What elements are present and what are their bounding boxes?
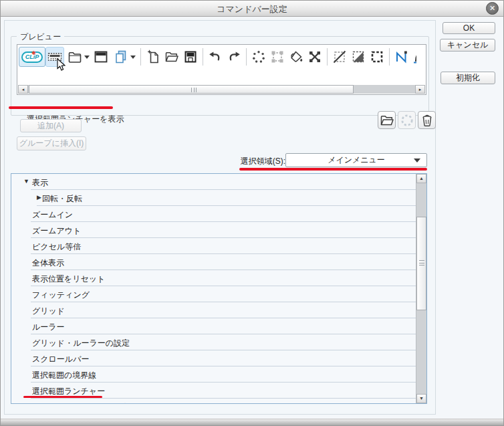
select-area-icon[interactable] — [268, 47, 287, 67]
list-item[interactable]: フィッティング — [11, 286, 416, 302]
open-file-icon[interactable] — [162, 47, 181, 67]
polyline-icon[interactable] — [392, 47, 411, 67]
list-item[interactable]: グリッド・ルーラーの設定 — [11, 334, 416, 350]
expander-closed-icon[interactable]: ▶ — [37, 194, 41, 201]
list-item-label: 選択範囲ランチャーの設定 — [32, 402, 129, 404]
update-button[interactable] — [398, 111, 416, 129]
dialog-title: コマンドバー設定 — [1, 3, 503, 15]
horizontal-scrollbar[interactable]: ◂ ▸ — [18, 85, 425, 94]
expander-open-icon[interactable]: ▼ — [23, 178, 29, 185]
list-item-label: 表示位置をリセット — [32, 274, 105, 285]
command-bar-preview[interactable]: CLiP✱ ◂ ▸ — [17, 44, 426, 95]
logo-star-icon: ✱ — [31, 50, 36, 56]
window-resize-bar[interactable] — [1, 419, 503, 425]
selection-area-dropdown[interactable]: メインメニュー — [285, 153, 427, 167]
toolbar-separator — [246, 48, 247, 66]
selection-area-label: 選択領域(S): — [232, 156, 285, 167]
load-settings-button[interactable] — [378, 111, 396, 129]
selection-area-value: メインメニュー — [328, 154, 385, 166]
fill-selection-icon[interactable] — [287, 47, 305, 67]
annotation-underline-list-item — [23, 396, 102, 398]
scroll-up-icon[interactable]: ▲ — [416, 174, 426, 183]
vertical-scrollbar[interactable]: ▲ ▼ — [416, 174, 426, 403]
preview-group-label: プレビュー — [17, 31, 64, 43]
scroll-right-icon[interactable]: ▸ — [415, 85, 425, 94]
list-item[interactable]: 選択範囲ランチャー — [11, 383, 416, 399]
annotation-underline-dropdown — [239, 168, 427, 171]
chevron-down-icon — [414, 158, 420, 163]
dropdown-arrow-icon — [84, 56, 90, 59]
scroll-grip-icon — [191, 88, 197, 92]
list-item[interactable]: グリッド — [11, 302, 416, 318]
duplicate-pages-menu-icon[interactable] — [110, 47, 138, 67]
preview-toolbar: CLiP✱ — [19, 46, 417, 68]
list-item[interactable]: ズームアウト — [11, 222, 416, 238]
list-item-label: ピクセル等倍 — [32, 241, 81, 253]
new-page-icon[interactable] — [144, 47, 162, 67]
list-item-label: ズームイン — [32, 209, 73, 221]
list-item[interactable]: ▶回転・反転 — [11, 190, 416, 206]
insert-into-group-button[interactable]: グループに挿入(I) — [17, 136, 86, 150]
annotation-underline-status — [9, 106, 113, 109]
list-item-label: 選択範囲の境界線 — [32, 370, 96, 381]
preview-group-box: プレビュー CLiP✱ ◂ ▸ 選択範囲ランチャーを表示 — [11, 36, 429, 116]
scroll-grip-icon — [419, 260, 424, 265]
command-list[interactable]: ▼表示▶回転・反転ズームインズームアウトピクセル等倍全体表示表示位置をリセットフ… — [11, 173, 427, 404]
window-canvas-icon[interactable] — [92, 47, 110, 67]
horizontal-scroll-thumb[interactable] — [29, 85, 354, 94]
list-item[interactable]: 選択範囲ランチャーの設定 — [11, 399, 416, 404]
undo-icon[interactable] — [206, 47, 225, 67]
delete-button[interactable] — [418, 111, 436, 129]
invert-selection-icon[interactable] — [349, 47, 368, 67]
toolbar-separator — [327, 48, 328, 66]
clip-studio-logo-icon[interactable]: CLiP✱ — [19, 47, 45, 67]
open-folder-menu-icon[interactable] — [64, 47, 92, 67]
list-item-label: 回転・反転 — [42, 193, 82, 205]
save-icon[interactable] — [181, 47, 200, 67]
redo-icon[interactable] — [225, 47, 243, 67]
scroll-down-icon[interactable]: ▼ — [416, 394, 426, 403]
cancel-button[interactable]: キャンセル — [440, 39, 495, 51]
dropdown-arrow-icon — [130, 56, 136, 59]
deselect-dots-icon[interactable] — [249, 47, 268, 67]
list-item[interactable]: ピクセル等倍 — [11, 238, 416, 254]
command-bar-settings-dialog: コマンドバー設定 ✕ プレビュー CLiP✱ ◂ ▸ 選択範囲ランチャーを表示 … — [0, 0, 504, 426]
list-item[interactable]: ルーラー — [11, 318, 416, 334]
toolbar-separator — [140, 48, 141, 66]
close-icon[interactable]: ✕ — [486, 2, 499, 15]
list-item-label: ズームアウト — [32, 225, 81, 237]
list-item-label: 全体表示 — [32, 257, 64, 269]
list-item[interactable]: 表示位置をリセット — [11, 270, 416, 286]
list-item[interactable]: ズームイン — [11, 206, 416, 222]
list-item-label: 表示 — [32, 177, 48, 189]
toolbar-separator — [203, 48, 203, 66]
list-item[interactable]: スクロールバー — [11, 350, 416, 366]
toolbar-separator — [389, 48, 390, 66]
list-item-label: グリッド — [32, 306, 65, 317]
settings-panel: プレビュー CLiP✱ ◂ ▸ 選択範囲ランチャーを表示 追加(A) グループに… — [4, 20, 436, 415]
list-item-label: フィッティング — [32, 290, 90, 301]
ok-button[interactable]: OK — [443, 22, 495, 34]
add-button[interactable]: 追加(A) — [20, 119, 82, 132]
selection-launcher-icon[interactable] — [45, 47, 64, 67]
title-bar[interactable]: コマンドバー設定 ✕ — [1, 1, 503, 17]
transform-selection-icon[interactable] — [305, 47, 324, 67]
scroll-left-icon[interactable]: ◂ — [18, 85, 28, 94]
selection-border-icon[interactable] — [368, 47, 386, 67]
hide-selection-border-icon[interactable] — [330, 47, 349, 67]
list-item[interactable]: 全体表示 — [11, 254, 416, 270]
command-list-rows: ▼表示▶回転・反転ズームインズームアウトピクセル等倍全体表示表示位置をリセットフ… — [11, 174, 416, 404]
list-item-label: ルーラー — [32, 322, 65, 333]
reset-button[interactable]: 初期化 — [440, 72, 495, 84]
list-item-label: グリッド・ルーラーの設定 — [32, 338, 130, 349]
list-item[interactable]: 選択範囲の境界線 — [11, 366, 416, 383]
list-item-label: スクロールバー — [32, 354, 89, 365]
clipped-shape-icon[interactable] — [411, 47, 417, 67]
list-item[interactable]: ▼表示 — [11, 174, 416, 190]
vertical-scroll-thumb[interactable] — [416, 217, 426, 310]
preview-action-buttons — [378, 111, 436, 129]
